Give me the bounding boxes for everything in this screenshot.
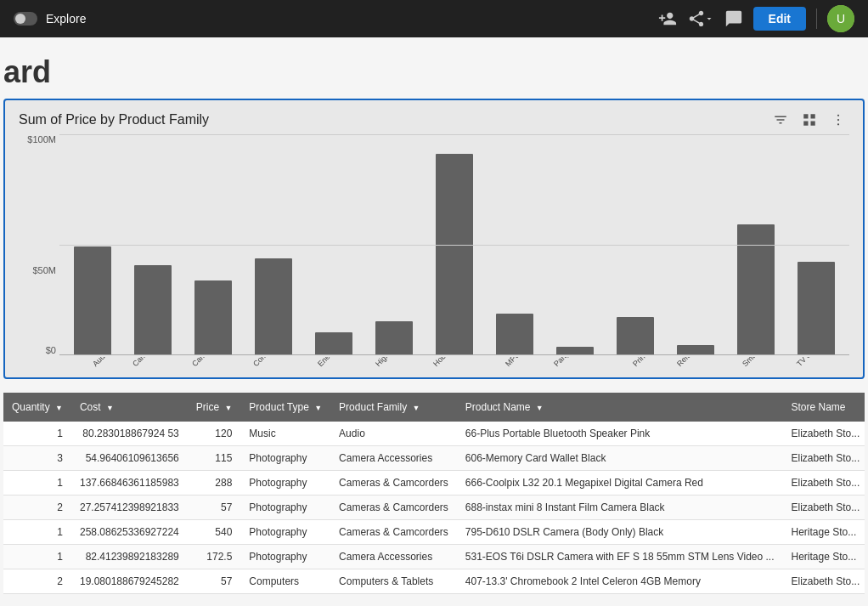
table-row: 182.41239892183289172.5PhotographyCamera… [3, 545, 865, 569]
table-row: 1137.66846361185983288PhotographyCameras… [3, 471, 865, 496]
toggle-icon [14, 12, 37, 25]
bar[interactable] [134, 265, 172, 354]
chat-button[interactable] [724, 9, 743, 28]
y-label-50m: $50M [19, 265, 56, 275]
table-cell: Photography [240, 520, 330, 545]
chart-header: Sum of Price by Product Family [19, 110, 849, 129]
bar[interactable] [375, 321, 413, 354]
table-row: 227.25741239892183357PhotographyCameras … [3, 496, 865, 520]
bar[interactable] [677, 345, 714, 354]
table-cell: Cameras & Camcorders [330, 520, 457, 545]
table-row: 180.283018867924 53120MusicAudio66-Plus … [3, 422, 865, 446]
bar-group [304, 332, 363, 354]
bar-label: Computers & Ta... [251, 357, 301, 368]
table-cell: 57 [188, 496, 241, 520]
table-cell: 3 [3, 446, 71, 471]
chart-area: $100M $50M $0 AudioCamera Access...Camer… [59, 134, 849, 371]
sort-icon-cost: ▼ [106, 404, 114, 412]
table-cell: Cameras & Camcorders [330, 471, 457, 496]
bar[interactable] [496, 314, 533, 354]
nav-title: Explore [46, 12, 86, 25]
chart-title: Sum of Price by Product Family [19, 112, 209, 127]
bar[interactable] [617, 317, 654, 354]
share-button[interactable] [687, 9, 714, 28]
table-cell: Computers [240, 569, 330, 594]
table-cell: Photography [240, 496, 330, 520]
table-cell: Music [240, 422, 330, 446]
bar-label: TV & Home The... [795, 357, 844, 368]
bar-group [244, 258, 302, 354]
svg-point-4 [837, 123, 839, 125]
sort-icon-product-type: ▼ [314, 404, 322, 412]
filter-button[interactable] [769, 110, 792, 129]
table-cell: 795-D610 DSLR Camera (Body Only) Black [457, 520, 783, 545]
table-cell: 120 [188, 422, 241, 446]
bar[interactable] [255, 258, 292, 354]
page-header: ard [0, 37, 868, 99]
table-cell: Elizabeth Sto... [783, 496, 865, 520]
col-store-name[interactable]: Store Name [783, 393, 865, 422]
bar-label: Camera Access... [131, 357, 179, 368]
bar-label: Energy Star TV [316, 357, 358, 368]
bar-group [425, 154, 483, 354]
bar-label: Cameras & Cam... [190, 357, 240, 368]
bar-group [606, 317, 665, 354]
table-cell: 1 [3, 545, 71, 569]
table-cell: 2 [3, 569, 71, 594]
table-cell: 2 [3, 496, 71, 520]
table-cell: 407-13.3' Chromebook 2 Intel Celeron 4GB… [457, 569, 783, 594]
table-cell: 540 [188, 520, 241, 545]
y-axis: $100M $50M $0 [19, 134, 56, 355]
bar-group [727, 224, 786, 354]
col-quantity[interactable]: Quantity ▼ [3, 393, 71, 422]
header-row: Quantity ▼ Cost ▼ Price ▼ Product Type ▼… [3, 393, 865, 422]
bar[interactable] [315, 332, 352, 354]
table-cell: 115 [188, 446, 241, 471]
bar[interactable] [556, 347, 594, 354]
bar[interactable] [74, 246, 111, 354]
grid-button[interactable] [798, 110, 820, 129]
bar-group [486, 314, 544, 354]
table-cell: 688-instax mini 8 Instant Film Camera Bl… [457, 496, 783, 520]
col-price[interactable]: Price ▼ [188, 393, 241, 422]
nav-divider [816, 8, 817, 29]
col-product-family[interactable]: Product Family ▼ [330, 393, 457, 422]
table-cell: Elizabeth Sto... [783, 471, 865, 496]
col-product-name[interactable]: Product Name ▼ [457, 393, 783, 422]
table-row: 1258.08625336927224540PhotographyCameras… [3, 520, 865, 545]
y-label-0: $0 [19, 345, 56, 355]
avatar[interactable]: U [827, 5, 854, 32]
col-cost[interactable]: Cost ▼ [71, 393, 188, 422]
bar-label: Refurbished MP3 [675, 357, 723, 368]
bar-label: Printing [631, 357, 656, 368]
bar-group [787, 262, 846, 354]
table-header: Quantity ▼ Cost ▼ Price ▼ Product Type ▼… [3, 393, 865, 422]
table-body: 180.283018867924 53120MusicAudio66-Plus … [3, 422, 865, 594]
chart-plot [59, 134, 849, 355]
bar[interactable] [436, 154, 473, 354]
bars-container [59, 134, 849, 354]
table-cell: Heritage Sto... [783, 545, 865, 569]
table-row: 354.96406109613656115PhotographyCamera A… [3, 446, 865, 471]
bar-label: Audio [91, 357, 110, 368]
table-cell: 57 [188, 569, 241, 594]
col-product-type[interactable]: Product Type ▼ [240, 393, 330, 422]
explore-toggle[interactable] [14, 12, 37, 25]
bar-label: Party & Celebrat... [552, 357, 602, 368]
table-cell: 531-EOS T6i DSLR Camera with EF S 18 55m… [457, 545, 783, 569]
add-user-button[interactable] [658, 9, 677, 28]
bar-label: Smart Phones [741, 357, 781, 368]
chart-card: Sum of Price by Product Family $100M $50… [3, 99, 865, 379]
sort-icon-product-family: ▼ [412, 404, 420, 412]
sort-icon-price: ▼ [224, 404, 232, 412]
edit-button[interactable]: Edit [753, 7, 806, 31]
table-cell: Heritage Sto... [783, 520, 865, 545]
table-cell: Photography [240, 446, 330, 471]
bar[interactable] [737, 224, 775, 354]
bar[interactable] [798, 262, 835, 354]
bar[interactable] [194, 280, 232, 354]
x-axis-labels: AudioCamera Access...Cameras & Cam...Com… [59, 357, 849, 371]
table-cell: 1 [3, 422, 71, 446]
more-button[interactable] [827, 110, 849, 129]
bar-group [183, 280, 242, 354]
